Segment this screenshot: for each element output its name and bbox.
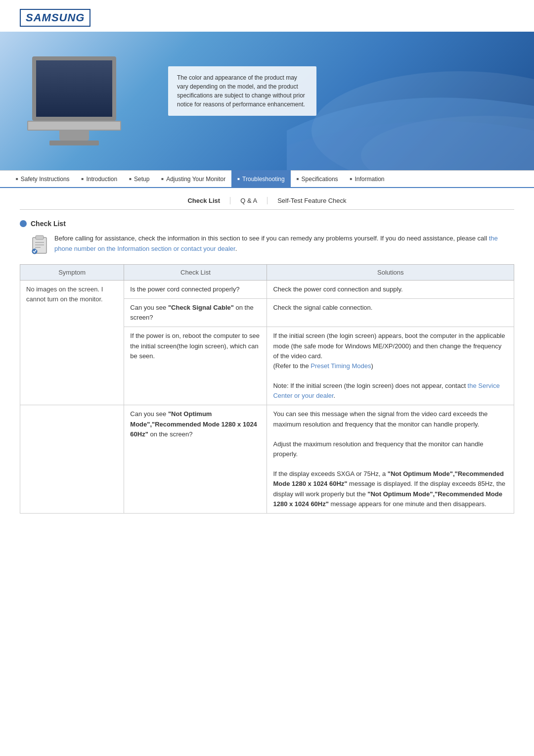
svg-rect-3 (36, 236, 44, 239)
banner-notice-text: The color and appearance of the product … (177, 74, 305, 108)
main-content: Check List Before calling for assistance… (0, 210, 534, 533)
monitor-illustration (20, 56, 129, 155)
table-row: No images on the screen. I cannot turn o… (20, 281, 514, 299)
section-title: Check List (31, 220, 66, 228)
nav-troubleshooting[interactable]: Troubleshooting (231, 170, 290, 188)
checklist-cell-2: Can you see "Not Optimum Mode","Recommen… (124, 405, 267, 513)
solution-cell-2: You can see this message when the signal… (267, 405, 514, 513)
intro-text: Before calling for assistance, check the… (54, 234, 514, 254)
banner: The color and appearance of the product … (0, 32, 534, 170)
checklist-cell-1b: Can you see "Check Signal Cable" on the … (124, 299, 267, 327)
monitor-screen (32, 56, 116, 121)
sub-nav-qa[interactable]: Q & A (230, 197, 267, 204)
sub-nav: Check List Q & A Self-Test Feature Check (20, 188, 514, 210)
section-bullet (20, 220, 27, 227)
nav-specifications[interactable]: Specifications (291, 170, 344, 188)
check-table: Symptom Check List Solutions No images o… (20, 264, 514, 514)
clipboard-icon (31, 235, 48, 254)
samsung-logo: SAMSUNG (20, 9, 90, 27)
checklist-cell-1c: If the power is on, reboot the computer … (124, 327, 267, 405)
solution-cell-1b: Check the signal cable connection. (267, 299, 514, 327)
nav-bar: Safety Instructions Introduction Setup A… (0, 170, 534, 188)
monitor-body (27, 121, 121, 131)
service-center-link[interactable]: the Service Center or your dealer (273, 382, 499, 399)
symptom-cell-2 (20, 405, 124, 513)
table-row: Can you see "Not Optimum Mode","Recommen… (20, 405, 514, 513)
intro-block: Before calling for assistance, check the… (31, 234, 514, 254)
col-checklist: Check List (124, 265, 267, 281)
nav-setup[interactable]: Setup (123, 170, 155, 188)
symptom-cell-1: No images on the screen. I cannot turn o… (20, 281, 124, 405)
nav-information[interactable]: Information (344, 170, 391, 188)
sub-nav-checklist[interactable]: Check List (178, 197, 230, 204)
monitor-stand (59, 131, 89, 141)
monitor-base (49, 141, 99, 145)
section-header: Check List (20, 220, 514, 228)
sub-nav-selftest[interactable]: Self-Test Feature Check (267, 197, 356, 204)
nav-safety-instructions[interactable]: Safety Instructions (10, 170, 76, 188)
solution-cell-1c: If the initial screen (the login screen)… (267, 327, 514, 405)
banner-swirl (287, 32, 534, 170)
solution-cell-1a: Check the power cord connection and supp… (267, 281, 514, 299)
col-symptom: Symptom (20, 265, 124, 281)
col-solutions: Solutions (267, 265, 514, 281)
preset-timing-link[interactable]: Preset Timing Modes (311, 362, 371, 370)
checklist-cell-1a: Is the power cord connected properly? (124, 281, 267, 299)
nav-adjusting[interactable]: Adjusting Your Monitor (155, 170, 231, 188)
nav-introduction[interactable]: Introduction (76, 170, 124, 188)
